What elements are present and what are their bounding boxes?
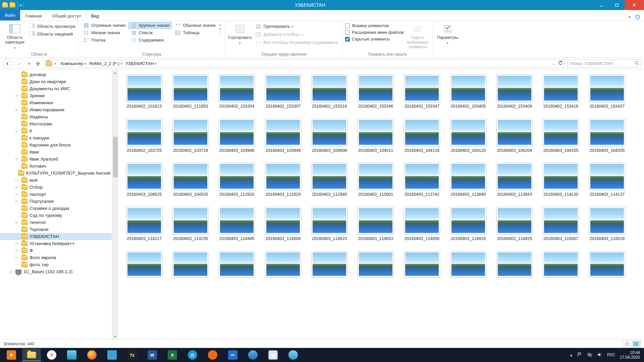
file-list[interactable]: 20160402_10161320160402_11165320160402_1… [118,70,644,339]
help-button[interactable]: ? [635,15,640,20]
file-item[interactable]: 20160402_111653 [170,74,211,109]
file-item[interactable]: 20160403_114653 [356,207,396,242]
taskbar-remote[interactable] [103,349,121,361]
file-item[interactable] [124,251,164,277]
file-item[interactable]: 20160403_114235 [170,207,211,242]
file-tab[interactable]: Файл [0,10,20,20]
tray-network-icon[interactable] [587,352,592,358]
file-item[interactable]: 20160402_153346 [356,74,396,109]
file-item[interactable]: 20160402_153314 [309,74,350,109]
history-dropdown[interactable]: ▾ [27,59,32,68]
file-item[interactable]: 20160403_114916 [448,207,488,242]
taskbar-firefox[interactable] [83,349,101,361]
tree-expander[interactable]: ▷ [9,269,13,274]
details-pane-toggle[interactable]: Область сведений [29,31,75,37]
file-item[interactable]: 20160403_103949 [263,119,303,154]
search-box[interactable]: Поиск: УЗБЕКИСТАН [568,59,641,68]
address-bar[interactable]: ▸ Компьютер▸ReMix_2_2 (F:)▸УЗБЕКИСТАН▸ ⌄ [44,59,565,68]
file-item[interactable]: 20160403_115007 [541,207,581,242]
layout-large-icons[interactable]: Крупные значки [128,22,172,29]
tab-Вид[interactable]: Вид [86,11,104,21]
group-by-button[interactable]: Группировать ▾ [254,23,339,29]
tree-item[interactable]: Инстограм [0,120,112,127]
tree-item[interactable]: ▷телетоп [0,219,112,226]
layout-scroll-down[interactable]: ▾ [218,27,222,31]
minimize-button[interactable] [594,0,609,10]
tree-item[interactable]: ▷Отбор [0,184,112,191]
scroll-thumb[interactable] [113,137,118,177]
file-item[interactable]: 20160403_113742 [402,163,442,197]
tray-language[interactable]: РУС [607,353,615,357]
tree-item[interactable]: ▷паспорт [0,191,112,198]
file-item[interactable]: 20160403_114925 [494,207,535,242]
tray-flag-icon[interactable] [577,352,582,358]
tree-item[interactable]: Торговля [0,226,112,233]
taskbar-thunderbird[interactable] [244,349,262,361]
file-item[interactable]: 20160403_114509 [263,207,303,242]
tree-item[interactable]: к поездке [0,134,112,141]
file-item[interactable]: 20160403_104525 [124,163,164,197]
tree-expander[interactable]: ▷ [15,185,19,189]
layout-huge-icons[interactable]: Огромные значки [81,22,127,29]
tree-item[interactable]: ▷Португалия [0,198,112,205]
tree-item[interactable]: ▷Фото европа [0,254,112,261]
scroll-down-button[interactable]: ▾ [112,334,118,339]
sort-button[interactable]: Сортировать▾ [228,22,252,45]
file-item[interactable]: 20160403_104011 [356,119,396,154]
details-view-button[interactable] [623,341,632,347]
file-item[interactable]: 20160403_104120 [448,119,488,154]
file-item[interactable]: 20160403_112949 [309,163,350,197]
tree-item[interactable]: ▷Ф [0,247,112,254]
file-item[interactable] [541,251,581,277]
taskbar-reader[interactable] [62,349,81,361]
file-item[interactable]: 20160403_114137 [587,163,627,197]
file-item[interactable]: 20160403_104535 [170,163,211,197]
refresh-button[interactable] [558,60,563,67]
tree-item[interactable]: ▷К [0,127,112,134]
tree-expander[interactable]: ▷ [15,199,19,203]
tree-expander[interactable]: ▷ [15,241,19,246]
file-item[interactable]: 20160403_114217 [124,207,164,242]
taskbar-calc[interactable]: ▦ [264,349,282,361]
thumb-view-button[interactable] [632,341,640,347]
scroll-up-button[interactable]: ▴ [112,70,118,75]
file-item[interactable] [587,251,627,277]
tab-Общий доступ[interactable]: Общий доступ [47,11,86,20]
tray-volume-icon[interactable] [597,352,602,358]
layout-small-icons[interactable]: Мелкие значки [81,29,127,36]
tree-item[interactable]: фото тир [0,261,112,268]
folder-tree[interactable]: договорДоки по квартиреДокументы по ИИС▷… [0,70,118,339]
tray-clock[interactable]: 10:44 17.04.2020 [620,350,640,360]
file-item[interactable]: 20160402_153437 [587,74,627,109]
tray-expand[interactable]: ▴ [570,353,572,357]
file-item[interactable] [402,251,442,277]
layout-more[interactable]: ▿ [218,32,222,35]
tree-item[interactable]: ▷Установка Notepad++ [0,240,112,247]
file-item[interactable] [263,251,303,277]
layout-scroll-up[interactable]: ▴ [218,23,222,26]
file-item[interactable] [356,251,396,277]
file-item[interactable]: 20160402_153409 [494,74,535,109]
up-button[interactable] [34,60,42,67]
tree-item[interactable]: КУЛЬТУРА_ПОЛИГЛОТ_Выучим Англий [0,170,112,177]
file-item[interactable]: 20160402_153347 [402,74,442,109]
file-item[interactable] [494,251,535,277]
nav-pane-button[interactable]: Область навигации ▾ [3,22,27,50]
breadcrumb-segment[interactable]: ReMix_2_2 (F:)▸ [88,61,124,66]
layout-content[interactable]: Содержимое [128,37,172,44]
file-item[interactable]: 20160403_112929 [263,163,303,197]
file-item[interactable]: 20160402_153307 [263,74,303,109]
tree-item[interactable]: Документы по ИИС [0,85,112,92]
file-item[interactable]: 20160403_104205 [541,119,581,154]
tree-expander[interactable]: ▷ [15,108,19,112]
breadcrumb-segment[interactable]: Компьютер▸ [59,61,88,66]
tree-expander[interactable]: ▷ [15,255,19,260]
layout-tiles[interactable]: Плитка [81,37,127,44]
tree-expander[interactable]: ▷ [15,220,19,225]
tree-expander[interactable]: ▷ [15,192,19,196]
tab-Главная[interactable]: Главная [20,11,47,20]
file-item[interactable]: 20160402_153405 [448,74,488,109]
taskbar-excel[interactable]: X [163,349,182,361]
tree-item[interactable]: Котович [0,163,112,170]
file-item[interactable] [448,251,488,277]
